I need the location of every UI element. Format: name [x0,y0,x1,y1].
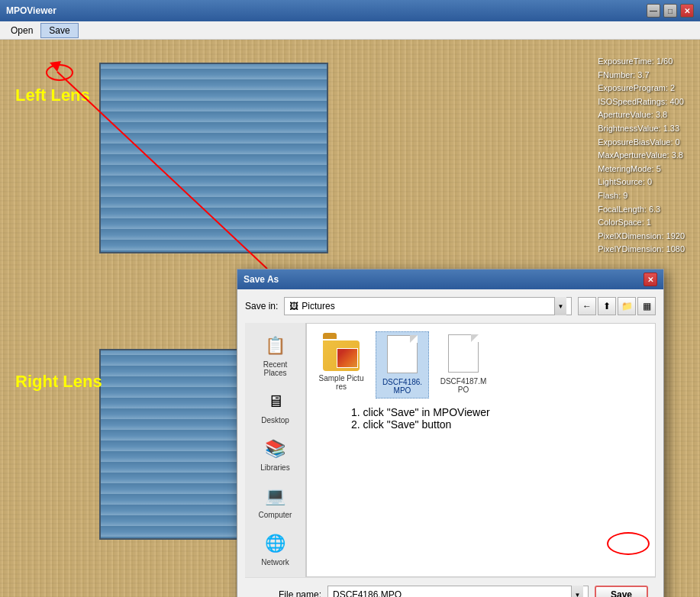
menu-open[interactable]: Open [3,24,40,37]
dscf4187-icon [445,334,482,374]
dialog-main-area: 📋 Recent Places 🖥 Desktop 📚 Libraries 💻 … [245,323,656,577]
exif-brightness: BrightnessValue: 1.33 [598,122,685,136]
view-icon: ▦ [643,301,651,311]
desktop-icon: 🖥 [262,389,289,414]
computer-icon: 💻 [262,484,289,508]
nav-computer-label: Computer [259,511,292,519]
nav-network-label: Network [261,558,289,566]
exif-focal-length: FocalLength: 6.3 [598,203,685,217]
exif-panel: ExposureTime: 1/60 FNumber: 3.7 Exposure… [598,55,685,257]
save-as-dialog: Save As ✕ Save in: 🖼 Pictures ▼ ← ⬆ 📁 [237,269,664,597]
left-lens-label: Left Lens [15,86,90,105]
main-content: Left Lens ExposureTime: 1/60 FNumber: 3.… [0,40,700,597]
app-title: MPOViewer [6,5,56,16]
right-lens-label: Right Lens [15,372,102,392]
dscf4187-label: DSCF4187.MPO [440,377,487,394]
nav-libraries-label: Libraries [260,463,289,472]
file-name-value: DSCF4186.MPO [333,589,402,597]
sample-pictures-label: Sample Pictures [318,374,365,391]
instruction-line2: 2. click "Save" button [351,418,490,431]
exif-max-aperture: MaxApertureValue: 3.8 [598,149,685,163]
menu-save[interactable]: Save [40,23,78,38]
save-in-value: Pictures [302,301,334,311]
save-in-dropdown-arrow[interactable]: ▼ [554,297,566,315]
exif-color-space: ColorSpace: 1 [598,216,685,230]
exif-iso: ISOSpeedRatings: 400 [598,95,685,109]
nav-desktop-label: Desktop [261,416,289,424]
nav-libraries[interactable]: 📚 Libraries [248,434,303,475]
exif-exposure-bias: ExposureBiasValue: 0 [598,136,685,150]
up-folder-button[interactable]: ⬆ [598,297,616,315]
dscf4186-icon [384,335,421,375]
exif-aperture: ApertureValue: 3.8 [598,108,685,122]
menu-bar: Open Save [0,21,700,40]
save-in-label: Save in: [245,301,278,311]
save-in-combo[interactable]: 🖼 Pictures ▼ [284,297,572,315]
dialog-toolbar: ← ⬆ 📁 ▦ [578,297,656,315]
view-button[interactable]: ▦ [637,297,656,315]
dialog-buttons: Save Cancel [595,586,648,597]
file-name-row: File name: DSCF4186.MPO ▼ [253,586,589,597]
save-menu-circle-annotation [46,64,73,81]
nav-desktop[interactable]: 🖥 Desktop [248,386,303,428]
instructions-overlay: 1. click "Save" in MPOViewer 2. click "S… [351,406,490,431]
dialog-close-button[interactable]: ✕ [644,273,657,286]
blind-top [99,63,328,253]
sample-pictures-icon [323,334,360,371]
instruction-line1: 1. click "Save" in MPOViewer [351,406,490,418]
save-button[interactable]: Save [595,586,648,597]
dialog-title: Save As [244,274,279,285]
file-name-label: File name: [253,589,321,597]
save-in-row: Save in: 🖼 Pictures ▼ ← ⬆ 📁 ▦ [245,297,656,315]
title-bar: MPOViewer — □ ✕ [0,0,700,21]
dialog-body: Save in: 🖼 Pictures ▼ ← ⬆ 📁 ▦ [237,289,663,597]
dialog-bottom-fields: File name: DSCF4186.MPO ▼ Save as type: … [245,577,656,597]
exif-exposure-time: ExposureTime: 1/60 [598,55,685,69]
dialog-title-bar: Save As ✕ [237,269,663,289]
exif-flash: Flash: 9 [598,189,685,203]
exif-fnumber: FNumber: 3.7 [598,69,685,82]
new-folder-button[interactable]: 📁 [618,297,636,315]
nav-recent-places[interactable]: 📋 Recent Places [248,331,303,380]
back-button[interactable]: ← [578,297,596,315]
new-folder-icon: 📁 [621,301,633,311]
nav-panel: 📋 Recent Places 🖥 Desktop 📚 Libraries 💻 … [245,323,306,577]
file-item-dscf4187[interactable]: DSCF4187.MPO [437,331,490,399]
save-button-circle-annotation [607,532,650,555]
folder-icon-small: 🖼 [289,301,298,311]
nav-network[interactable]: 🌐 Network [248,528,303,570]
file-name-dropdown-arrow[interactable]: ▼ [571,586,583,597]
network-icon: 🌐 [262,531,289,556]
nav-computer[interactable]: 💻 Computer [248,481,303,522]
title-bar-controls: — □ ✕ [647,4,694,18]
exif-pixel-y: PixelYDimension: 1080 [598,243,685,257]
maximize-button[interactable]: □ [663,4,677,18]
file-item-dscf4186[interactable]: DSCF4186.MPO [376,331,429,399]
recent-places-icon: 📋 [262,334,289,358]
libraries-icon: 📚 [262,437,289,461]
file-browser-area: Sample Pictures DSCF4186.MPO [306,323,656,577]
minimize-button[interactable]: — [647,4,660,18]
exif-pixel-x: PixelXDimension: 1920 [598,230,685,244]
app-close-button[interactable]: ✕ [680,4,694,18]
file-name-combo[interactable]: DSCF4186.MPO ▼ [327,586,589,597]
dscf4186-label: DSCF4186.MPO [379,378,425,395]
file-item-sample-pictures[interactable]: Sample Pictures [315,331,368,399]
exif-light-source: LightSource: 0 [598,176,685,189]
exif-metering: MeteringMode: 5 [598,163,685,176]
nav-recent-places-label: Recent Places [254,360,297,377]
exif-exposure-program: ExposureProgram: 2 [598,82,685,95]
